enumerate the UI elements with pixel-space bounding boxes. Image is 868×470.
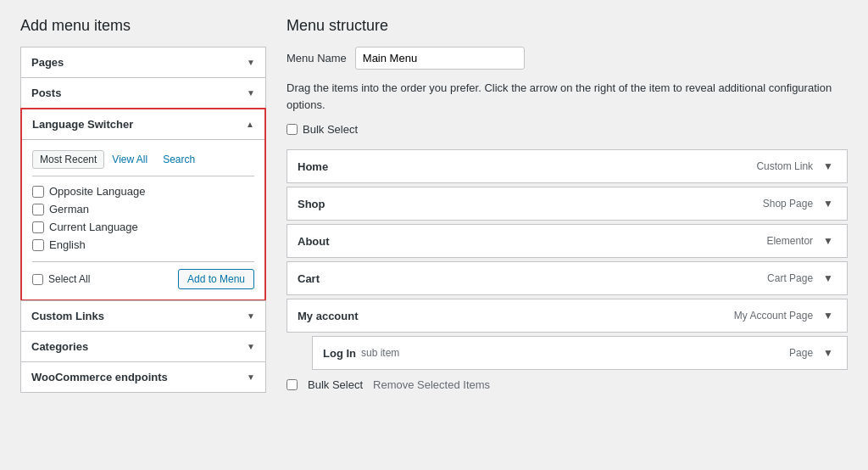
opposite-language-checkbox[interactable] [32, 186, 44, 198]
add-to-menu-button[interactable]: Add to Menu [178, 269, 254, 289]
sub-item-right: Page ▼ [789, 345, 837, 361]
cart-label: Cart [298, 272, 320, 285]
tab-search[interactable]: Search [155, 150, 203, 169]
menu-item-home: Home Custom Link ▼ [287, 149, 848, 183]
categories-label: Categories [31, 340, 88, 353]
bulk-select-top-label: Bulk Select [303, 123, 358, 136]
sub-item-dropdown-button[interactable]: ▼ [820, 345, 837, 361]
menu-structure-title: Menu structure [287, 17, 848, 35]
language-switcher-tabs: Most Recent View All Search [32, 150, 254, 176]
sub-item-left: Log In sub item [323, 347, 399, 360]
shop-dropdown-button[interactable]: ▼ [820, 196, 837, 211]
remove-selected-link[interactable]: Remove Selected Items [373, 378, 490, 391]
select-all-checkbox[interactable] [32, 274, 43, 285]
select-all-label: Select All [48, 273, 90, 285]
menu-name-label: Menu Name [287, 52, 347, 64]
myaccount-type: My Account Page [734, 310, 813, 322]
pages-accordion-label: Pages [31, 56, 64, 69]
woocommerce-accordion: WooCommerce endpoints ▼ [20, 361, 266, 393]
tab-most-recent[interactable]: Most Recent [32, 150, 104, 169]
bulk-select-bottom-checkbox[interactable] [287, 379, 298, 390]
myaccount-dropdown-button[interactable]: ▼ [820, 308, 837, 323]
list-item[interactable]: Opposite Language [32, 185, 254, 198]
tab-view-all[interactable]: View All [104, 150, 155, 169]
about-right: Elementor ▼ [766, 233, 837, 249]
menu-name-input[interactable] [355, 47, 525, 70]
sub-item-login: Log In sub item Page ▼ [312, 336, 848, 370]
home-dropdown-button[interactable]: ▼ [820, 159, 837, 174]
menu-item-about: About Elementor ▼ [287, 224, 848, 258]
about-type: Elementor [766, 235, 813, 247]
woocommerce-label: WooCommerce endpoints [31, 371, 168, 383]
language-items-list: Opposite Language German Current Languag… [32, 185, 254, 251]
sub-item-login-label: Log In [323, 347, 356, 360]
list-item[interactable]: English [32, 238, 254, 251]
woocommerce-header[interactable]: WooCommerce endpoints ▼ [21, 362, 265, 392]
english-label: English [49, 238, 86, 251]
categories-chevron-icon: ▼ [247, 342, 255, 351]
list-item[interactable]: German [32, 203, 254, 215]
shop-right: Shop Page ▼ [763, 196, 837, 211]
cart-dropdown-button[interactable]: ▼ [820, 271, 837, 286]
menu-name-row: Menu Name [287, 47, 848, 70]
language-switcher-header[interactable]: Language Switcher ▲ [22, 109, 264, 139]
current-language-label: Current Language [49, 221, 138, 233]
language-switcher-body: Most Recent View All Search Opposite Lan… [22, 139, 264, 299]
posts-accordion-label: Posts [31, 87, 61, 99]
home-right: Custom Link ▼ [756, 159, 837, 174]
english-checkbox[interactable] [32, 239, 44, 251]
right-panel: Menu structure Menu Name Drag the items … [287, 17, 848, 392]
german-label: German [49, 203, 89, 215]
shop-type: Shop Page [763, 198, 813, 210]
home-type: Custom Link [756, 160, 813, 172]
language-switcher-chevron-icon: ▲ [246, 120, 254, 129]
language-switcher-accordion: Language Switcher ▲ Most Recent View All… [20, 108, 266, 301]
sub-item-type: Page [789, 347, 813, 359]
left-panel: Add menu items Pages ▼ Posts ▼ Language … [20, 17, 266, 392]
menu-item-shop: Shop Shop Page ▼ [287, 187, 848, 221]
accordion-footer: Select All Add to Menu [32, 261, 254, 289]
pages-accordion-header[interactable]: Pages ▼ [21, 48, 265, 77]
posts-accordion: Posts ▼ [20, 77, 266, 109]
menu-item-cart: Cart Cart Page ▼ [287, 261, 848, 295]
about-label: About [298, 235, 330, 248]
pages-accordion: Pages ▼ [20, 47, 266, 78]
posts-accordion-header[interactable]: Posts ▼ [21, 78, 265, 108]
language-switcher-label: Language Switcher [32, 118, 133, 131]
bulk-select-bottom-row: Bulk Select Remove Selected Items [287, 378, 848, 391]
categories-accordion: Categories ▼ [20, 331, 266, 362]
custom-links-label: Custom Links [31, 310, 104, 322]
german-checkbox[interactable] [32, 204, 44, 215]
opposite-language-label: Opposite Language [49, 185, 145, 198]
categories-header[interactable]: Categories ▼ [21, 332, 265, 361]
myaccount-label: My account [298, 310, 359, 322]
cart-type: Cart Page [767, 272, 813, 284]
shop-label: Shop [298, 198, 326, 210]
sub-item-tag: sub item [361, 347, 399, 359]
instructions-text: Drag the items into the order you prefer… [287, 80, 848, 113]
custom-links-chevron-icon: ▼ [247, 311, 255, 321]
add-menu-items-title: Add menu items [20, 17, 266, 35]
cart-right: Cart Page ▼ [767, 271, 837, 286]
list-item[interactable]: Current Language [32, 221, 254, 233]
about-dropdown-button[interactable]: ▼ [820, 233, 837, 249]
custom-links-header[interactable]: Custom Links ▼ [21, 301, 265, 331]
select-all-row: Select All [32, 273, 90, 285]
myaccount-right: My Account Page ▼ [734, 308, 837, 323]
home-label: Home [298, 160, 328, 173]
current-language-checkbox[interactable] [32, 221, 44, 233]
woocommerce-chevron-icon: ▼ [247, 372, 255, 382]
menu-item-myaccount: My account My Account Page ▼ [287, 299, 848, 333]
bulk-select-bottom-label: Bulk Select [308, 378, 363, 391]
pages-chevron-icon: ▼ [247, 58, 255, 67]
bulk-select-top-row: Bulk Select [287, 123, 848, 136]
posts-chevron-icon: ▼ [247, 88, 255, 98]
custom-links-accordion: Custom Links ▼ [20, 300, 266, 332]
bulk-select-top-checkbox[interactable] [287, 124, 298, 135]
